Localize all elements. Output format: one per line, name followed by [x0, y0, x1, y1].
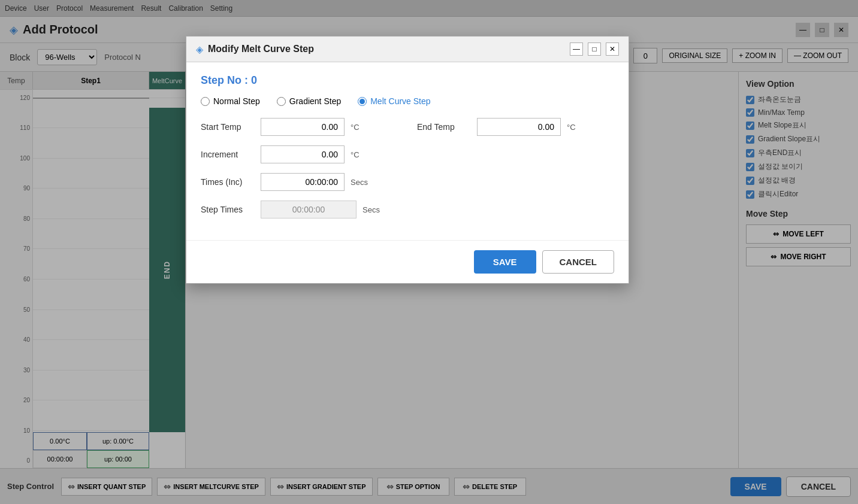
- modal-minimize-button[interactable]: —: [570, 42, 583, 56]
- radio-gradient-input[interactable]: [277, 97, 286, 106]
- end-temp-label: End Temp: [417, 122, 471, 132]
- increment-input[interactable]: [261, 145, 345, 163]
- modal-body: Step No : 0 Normal Step Gradient Step Me…: [186, 62, 629, 240]
- end-temp-unit: °C: [567, 123, 576, 132]
- modal-icon: ◈: [196, 44, 203, 55]
- radio-normal-label: Normal Step: [213, 96, 260, 106]
- radio-meltcurve[interactable]: Melt Curve Step: [358, 96, 430, 106]
- empty-cell-2: [417, 173, 614, 191]
- end-temp-input[interactable]: [477, 118, 561, 136]
- end-temp-row: End Temp °C: [417, 118, 614, 136]
- start-temp-unit: °C: [351, 123, 359, 132]
- start-temp-row: Start Temp °C: [201, 118, 398, 136]
- modal-cancel-button[interactable]: CANCEL: [542, 250, 615, 274]
- step-times-row: Step Times Secs: [201, 201, 398, 218]
- step-times-unit: Secs: [362, 205, 380, 214]
- empty-cell: [417, 145, 614, 163]
- radio-meltcurve-input[interactable]: [358, 97, 367, 106]
- radio-gradient[interactable]: Gradient Step: [277, 96, 341, 106]
- times-inc-label: Times (Inc): [201, 177, 255, 187]
- main-window: Device User Protocol Measurement Result …: [0, 0, 858, 504]
- radio-gradient-label: Gradient Step: [289, 96, 341, 106]
- times-inc-unit: Secs: [351, 178, 368, 187]
- modal-title-bar: ◈ Modify Melt Curve Step — □ ✕: [186, 37, 629, 62]
- modal-footer: SAVE CANCEL: [186, 240, 629, 283]
- times-inc-row: Times (Inc) Secs: [201, 173, 398, 191]
- increment-unit: °C: [351, 150, 359, 159]
- modal-title: Modify Melt Curve Step: [208, 44, 565, 54]
- start-temp-label: Start Temp: [201, 122, 255, 132]
- times-inc-input[interactable]: [261, 173, 345, 191]
- step-times-label: Step Times: [201, 205, 255, 214]
- radio-normal-input[interactable]: [201, 97, 210, 106]
- form-fields: Start Temp °C End Temp °C Increment °C: [201, 118, 614, 218]
- increment-row: Increment °C: [201, 145, 398, 163]
- modal-maximize-button[interactable]: □: [588, 42, 601, 56]
- radio-row: Normal Step Gradient Step Melt Curve Ste…: [201, 96, 614, 106]
- step-number: Step No : 0: [201, 74, 614, 87]
- modal-save-button[interactable]: SAVE: [474, 250, 536, 274]
- step-times-input: [261, 201, 357, 218]
- start-temp-input[interactable]: [261, 118, 345, 136]
- radio-meltcurve-label: Melt Curve Step: [370, 96, 430, 106]
- radio-normal[interactable]: Normal Step: [201, 96, 260, 106]
- modal-close-button[interactable]: ✕: [606, 42, 619, 56]
- increment-label: Increment: [201, 150, 255, 159]
- modal-dialog: ◈ Modify Melt Curve Step — □ ✕ Step No :…: [186, 36, 629, 284]
